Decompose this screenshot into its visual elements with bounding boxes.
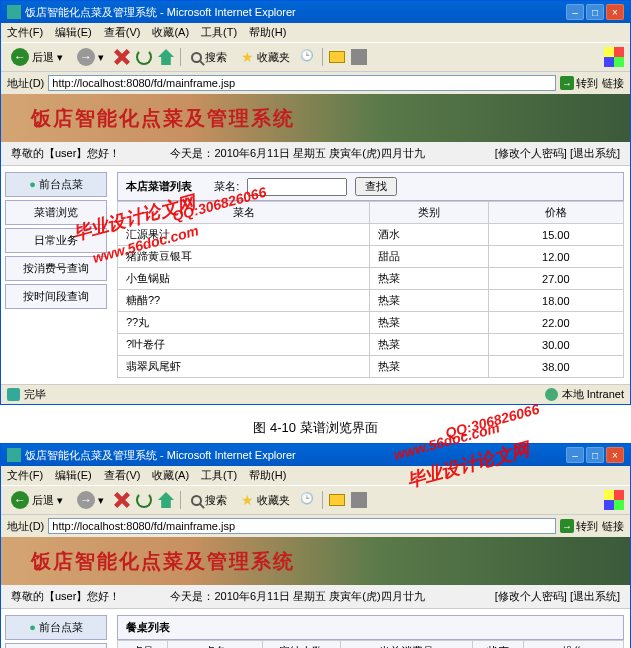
menu-tools[interactable]: 工具(T) <box>201 468 237 483</box>
minimize-button[interactable]: – <box>566 447 584 463</box>
welcome-bar: 尊敬的【user】您好！ 今天是：2010年6月11日 星期五 庚寅年(虎)四月… <box>1 585 630 609</box>
history-icon[interactable]: 🕒 <box>300 492 316 508</box>
back-button[interactable]: ←后退 ▾ <box>7 46 67 68</box>
menu-tools[interactable]: 工具(T) <box>201 25 237 40</box>
col-state: 状态 <box>473 641 523 649</box>
menu-help[interactable]: 帮助(H) <box>249 468 286 483</box>
list-header: 餐桌列表 <box>117 615 624 640</box>
welcome-date: 今天是：2010年6月11日 星期五 庚寅年(虎)四月廿九 <box>120 589 494 604</box>
search-button[interactable]: 搜索 <box>187 48 231 67</box>
menu-view[interactable]: 查看(V) <box>104 468 141 483</box>
mail-icon[interactable] <box>329 494 345 506</box>
maximize-button[interactable]: □ <box>586 447 604 463</box>
logout-link[interactable]: [退出系统] <box>570 147 620 159</box>
sidebar-item-1[interactable]: 菜谱浏览 <box>5 200 107 225</box>
sidebar: ●前台点菜 菜谱浏览 日常业务 按消费号查询 按时间段查询 <box>1 609 111 648</box>
browser-window-2: 饭店智能化点菜及管理系统 - Microsoft Internet Explor… <box>0 443 631 648</box>
menu-fav[interactable]: 收藏(A) <box>152 468 189 483</box>
windows-logo <box>604 47 624 67</box>
welcome-user: 尊敬的【user】您好！ <box>11 146 120 161</box>
content: ●前台点菜 菜谱浏览 日常业务 按消费号查询 按时间段查询 餐桌列表 桌号 桌名… <box>1 609 630 648</box>
status-text: 完毕 <box>24 387 46 402</box>
print-icon[interactable] <box>351 492 367 508</box>
col-ops: 操作 <box>523 641 623 649</box>
table-row: 猪蹄黄豆银耳甜品12.00 <box>118 246 624 268</box>
sidebar-item-0[interactable]: ●前台点菜 <box>5 172 107 197</box>
change-password-link[interactable]: [修改个人密码] <box>495 147 567 159</box>
content: ●前台点菜 菜谱浏览 日常业务 按消费号查询 按时间段查询 本店菜谱列表 菜名:… <box>1 166 630 384</box>
menu-help[interactable]: 帮助(H) <box>249 25 286 40</box>
refresh-icon[interactable] <box>136 492 152 508</box>
table-row: ?叶卷仔热菜30.00 <box>118 334 624 356</box>
address-input[interactable] <box>48 518 556 534</box>
forward-button[interactable]: → ▾ <box>73 46 108 68</box>
address-input[interactable] <box>48 75 556 91</box>
table-table: 桌号 桌名 容纳人数 当前消费号 状态 操作 1-01大厅01号桌1020100… <box>117 640 624 648</box>
status-zone: 本地 Intranet <box>562 387 624 402</box>
go-button[interactable]: →转到 <box>560 76 598 91</box>
back-button[interactable]: ←后退 ▾ <box>7 489 67 511</box>
sidebar-item-3[interactable]: 按消费号查询 <box>5 256 107 281</box>
sidebar-item-4[interactable]: 按时间段查询 <box>5 284 107 309</box>
col-bill: 当前消费号 <box>341 641 473 649</box>
search-input[interactable] <box>247 178 347 196</box>
figure-caption-1: 图 4-10 菜谱浏览界面 <box>0 413 631 443</box>
stop-icon[interactable] <box>114 49 130 65</box>
search-button[interactable]: 搜索 <box>187 491 231 510</box>
ie-icon <box>7 448 21 462</box>
search-label: 菜名: <box>214 179 239 194</box>
menu-file[interactable]: 文件(F) <box>7 468 43 483</box>
sidebar-item-0[interactable]: ●前台点菜 <box>5 615 107 640</box>
col-no: 桌号 <box>118 641 168 649</box>
table-row: 小鱼锅贴热菜27.00 <box>118 268 624 290</box>
favorites-button[interactable]: ★收藏夹 <box>237 47 294 67</box>
links-label[interactable]: 链接 <box>602 519 624 534</box>
links-label[interactable]: 链接 <box>602 76 624 91</box>
menubar[interactable]: 文件(F) 编辑(E) 查看(V) 收藏(A) 工具(T) 帮助(H) <box>1 23 630 42</box>
maximize-button[interactable]: □ <box>586 4 604 20</box>
windows-logo <box>604 490 624 510</box>
minimize-button[interactable]: – <box>566 4 584 20</box>
table-row: ??丸热菜22.00 <box>118 312 624 334</box>
menu-edit[interactable]: 编辑(E) <box>55 25 92 40</box>
stop-icon[interactable] <box>114 492 130 508</box>
close-button[interactable]: × <box>606 447 624 463</box>
col-name: 菜名 <box>118 202 370 224</box>
search-button[interactable]: 查找 <box>355 177 397 196</box>
menu-table: 菜名 类别 价格 汇源果汁酒水15.00 猪蹄黄豆银耳甜品12.00 小鱼锅贴热… <box>117 201 624 378</box>
main-area: 餐桌列表 桌号 桌名 容纳人数 当前消费号 状态 操作 1-01大厅01号桌10… <box>111 609 630 648</box>
titlebar[interactable]: 饭店智能化点菜及管理系统 - Microsoft Internet Explor… <box>1 1 630 23</box>
logout-link[interactable]: [退出系统] <box>570 590 620 602</box>
banner-title: 饭店智能化点菜及管理系统 <box>31 105 295 132</box>
history-icon[interactable]: 🕒 <box>300 49 316 65</box>
menu-file[interactable]: 文件(F) <box>7 25 43 40</box>
home-icon[interactable] <box>158 492 174 508</box>
refresh-icon[interactable] <box>136 49 152 65</box>
close-button[interactable]: × <box>606 4 624 20</box>
go-button[interactable]: →转到 <box>560 519 598 534</box>
home-icon[interactable] <box>158 49 174 65</box>
menu-fav[interactable]: 收藏(A) <box>152 25 189 40</box>
print-icon[interactable] <box>351 49 367 65</box>
banner: 饭店智能化点菜及管理系统 <box>1 537 630 585</box>
sidebar-item-2[interactable]: 日常业务 <box>5 228 107 253</box>
main-area: 本店菜谱列表 菜名: 查找 菜名 类别 价格 汇源果汁酒水15.00 猪蹄黄豆银… <box>111 166 630 384</box>
menubar[interactable]: 文件(F) 编辑(E) 查看(V) 收藏(A) 工具(T) 帮助(H) <box>1 466 630 485</box>
toolbar: ←后退 ▾ → ▾ 搜索 ★收藏夹 🕒 <box>1 42 630 72</box>
menu-edit[interactable]: 编辑(E) <box>55 468 92 483</box>
sidebar-item-1[interactable]: 菜谱浏览 <box>5 643 107 648</box>
intranet-icon <box>545 388 558 401</box>
mail-icon[interactable] <box>329 51 345 63</box>
list-header: 本店菜谱列表 菜名: 查找 <box>117 172 624 201</box>
favorites-button[interactable]: ★收藏夹 <box>237 490 294 510</box>
table-row: 翡翠凤尾虾热菜38.00 <box>118 356 624 378</box>
sidebar: ●前台点菜 菜谱浏览 日常业务 按消费号查询 按时间段查询 <box>1 166 111 384</box>
forward-button[interactable]: → ▾ <box>73 489 108 511</box>
col-type: 类别 <box>370 202 489 224</box>
change-password-link[interactable]: [修改个人密码] <box>495 590 567 602</box>
col-name: 桌名 <box>168 641 262 649</box>
col-price: 价格 <box>488 202 623 224</box>
titlebar[interactable]: 饭店智能化点菜及管理系统 - Microsoft Internet Explor… <box>1 444 630 466</box>
menu-view[interactable]: 查看(V) <box>104 25 141 40</box>
banner-title: 饭店智能化点菜及管理系统 <box>31 548 295 575</box>
